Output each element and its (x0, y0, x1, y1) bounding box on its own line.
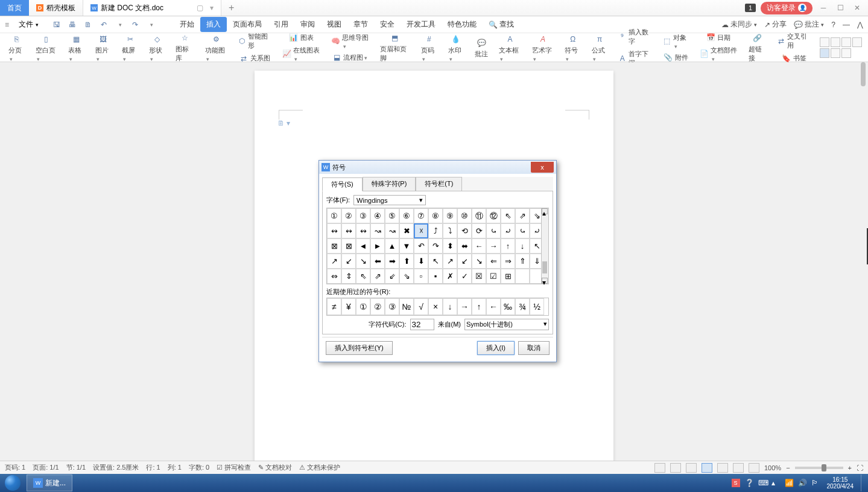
recent-symbol-cell[interactable]: ① (356, 298, 370, 315)
qat-customize[interactable] (146, 20, 156, 30)
chart-button[interactable]: 📊图表 (280, 32, 323, 43)
font-select[interactable]: Wingdings▾ (353, 195, 426, 205)
crossref-button[interactable]: ⇄交叉引用 (775, 31, 814, 51)
insert-number-button[interactable]: ⁹插入数字 (616, 27, 654, 47)
tray-help-icon[interactable]: ❔ (745, 479, 753, 487)
symbol-cell[interactable]: ← (472, 238, 486, 254)
recent-symbol-cell[interactable]: ③ (385, 298, 399, 315)
tray-keyboard-icon[interactable]: ⌨ (758, 479, 767, 487)
symbol-cell[interactable]: ☒ (472, 269, 486, 284)
recent-symbol-cell[interactable]: ¥ (341, 298, 356, 315)
outline-view-button[interactable] (717, 463, 728, 473)
symbol-cell[interactable]: ↘ (356, 254, 370, 269)
shapes-button[interactable]: ◇形状 (147, 32, 168, 63)
view-mode-6[interactable] (831, 48, 840, 58)
symbol-cell[interactable]: ↭ (327, 223, 341, 238)
recent-symbol-cell[interactable]: → (457, 298, 472, 315)
symbol-cell[interactable]: ⑪ (472, 208, 486, 223)
show-desktop-button[interactable] (861, 474, 866, 491)
symbol-cell[interactable]: ▪ (428, 269, 443, 284)
new-tab-button[interactable]: + (221, 0, 241, 16)
recent-symbol-cell[interactable]: № (399, 298, 414, 315)
symbol-cell[interactable]: ⑧ (428, 208, 443, 223)
recent-symbol-cell[interactable]: ‰ (501, 298, 515, 315)
guest-login-button[interactable]: 访客登录 👤 (761, 2, 813, 14)
tab-start[interactable]: 开始 (174, 17, 200, 32)
symbol-cell[interactable]: ✖ (399, 223, 414, 238)
tab-security[interactable]: 安全 (374, 17, 401, 32)
symbol-cell[interactable]: ④ (370, 208, 385, 223)
tab-review[interactable]: 审阅 (294, 17, 321, 32)
fullscreen-button[interactable] (654, 463, 665, 473)
save-icon[interactable]: 🖫 (52, 20, 62, 30)
tab-special[interactable]: 特色功能 (442, 17, 483, 32)
symbol-cell[interactable]: ↙ (341, 254, 356, 269)
symbol-cell[interactable]: ⤾ (501, 223, 515, 238)
grid-scroll-thumb[interactable] (542, 261, 547, 273)
view-mode-1[interactable] (820, 37, 829, 47)
symbol-cell[interactable]: ⊠ (327, 238, 341, 254)
insert-button[interactable]: 插入(I) (477, 341, 515, 355)
watermark-button[interactable]: 💧水印 (446, 32, 467, 63)
symbol-cell[interactable]: ⊞ (501, 269, 515, 284)
expand-icon[interactable]: ⋀ (857, 21, 863, 29)
symbol-cell[interactable] (515, 269, 530, 284)
symbol-cell[interactable]: ⤵ (443, 223, 457, 238)
view-mode-3[interactable] (841, 37, 851, 47)
page-view-button[interactable] (702, 463, 712, 473)
print-icon[interactable]: 🖶 (68, 20, 77, 30)
help-icon[interactable]: ? (831, 21, 835, 29)
cancel-button[interactable]: 取消 (518, 341, 550, 355)
comment-button[interactable]: 💬批注▾ (794, 19, 824, 30)
symbol-cell[interactable]: ↷ (428, 238, 443, 254)
symbol-cell[interactable]: ⇘ (399, 269, 414, 284)
symbol-cell[interactable]: ⤴ (428, 223, 443, 238)
symbol-cell[interactable]: ③ (356, 208, 370, 223)
symbol-cell[interactable]: ⊠ (341, 238, 356, 254)
grid-scrollbar[interactable]: ▴ ▾ (541, 208, 548, 284)
symbol-cell[interactable]: ⟳ (472, 223, 486, 238)
symbol-cell[interactable]: ⑫ (486, 208, 501, 223)
edit-view-button[interactable] (686, 463, 697, 473)
symbol-cell[interactable]: ⟲ (457, 223, 472, 238)
tab-dropdown-icon[interactable]: ▾ (210, 4, 214, 12)
smartart-button[interactable]: ⬡智能图形 (235, 31, 274, 51)
symbol-cell[interactable]: ⬍ (443, 238, 457, 254)
symbol-cell[interactable]: ⤿ (486, 223, 501, 238)
recent-symbol-cell[interactable]: √ (414, 298, 428, 315)
tab-document[interactable]: W 新建 DOC 文档.doc ▢ ▾ (83, 0, 221, 16)
reading-view-button[interactable] (670, 463, 681, 473)
symbol-cell[interactable]: ⇑ (515, 254, 530, 269)
print-preview-icon[interactable]: 🗎 (83, 20, 93, 30)
symbol-cell[interactable]: ⇗ (515, 208, 530, 223)
symbol-cell[interactable]: ⇕ (341, 269, 356, 284)
symbol-cell[interactable]: ☓ (414, 223, 428, 238)
tab-layout[interactable]: 页面布局 (227, 17, 268, 32)
header-footer-button[interactable]: ⬒页眉和页脚 (378, 31, 413, 64)
symbol-cell[interactable]: ↭ (356, 223, 370, 238)
symbol-cell[interactable]: ⑥ (399, 208, 414, 223)
symbol-cell[interactable]: ⬆ (399, 254, 414, 269)
icons-button[interactable]: ☆图标库 (173, 31, 196, 64)
symbol-cell[interactable]: ⑤ (385, 208, 399, 223)
equation-button[interactable]: π公式 (589, 32, 610, 63)
dialog-titlebar[interactable]: W 符号 x (319, 161, 556, 174)
fit-button[interactable]: ⛶ (857, 464, 863, 471)
screenshot-button[interactable]: ✂截屏 (119, 32, 141, 63)
symbol-cell[interactable]: ➡ (385, 254, 399, 269)
notification-badge[interactable]: 1 (745, 4, 756, 12)
taskbar-app-wps[interactable]: W 新建... (27, 474, 72, 491)
symbol-cell[interactable]: ⇐ (486, 254, 501, 269)
symbol-cell[interactable]: ⇖ (356, 269, 370, 284)
status-page[interactable]: 页面: 1/1 (33, 463, 59, 472)
recent-symbol-cell[interactable]: ½ (530, 298, 544, 315)
view-mode-7[interactable] (841, 48, 851, 58)
tray-volume-icon[interactable]: 🔊 (798, 479, 806, 487)
tab-templates[interactable]: D 稻壳模板 (29, 0, 83, 16)
tab-special-chars[interactable]: 特殊字符(P) (363, 177, 416, 191)
view-mode-2[interactable] (831, 37, 840, 47)
share-button[interactable]: ↗分享 (764, 19, 787, 30)
symbol-cell[interactable]: ▫ (414, 269, 428, 284)
redo-icon[interactable]: ↷ (130, 20, 140, 30)
collapse-ribbon-icon[interactable]: — (843, 21, 850, 29)
